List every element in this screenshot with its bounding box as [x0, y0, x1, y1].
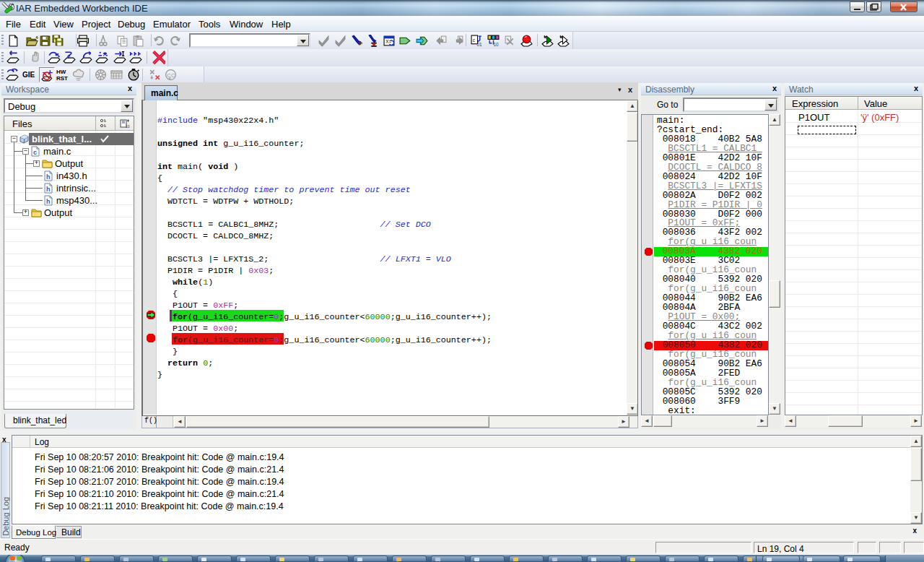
svg-text:h: h	[46, 198, 51, 205]
svg-text:10: 10	[126, 124, 130, 129]
svg-text:X=: X=	[385, 39, 391, 44]
svg-text:c: c	[33, 149, 37, 156]
svg-text:h: h	[46, 173, 51, 181]
svg-text:C: C	[171, 72, 175, 79]
svg-text:10: 10	[494, 42, 500, 47]
svg-text:h: h	[46, 186, 51, 193]
svg-text:01: 01	[477, 42, 483, 47]
